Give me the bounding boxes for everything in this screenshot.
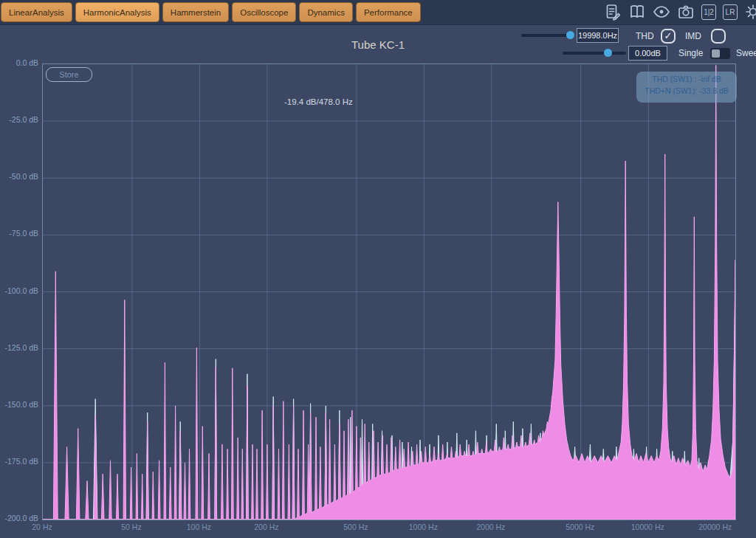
x-tick-label: 20000 Hz	[686, 523, 745, 531]
x-tick-label: 100 Hz	[169, 523, 228, 531]
cursor-readout: -19.4 dB/478.0 Hz	[284, 97, 402, 106]
level-slider[interactable]	[563, 52, 626, 55]
tab-performance[interactable]: Performance	[356, 2, 421, 22]
channel-12-icon[interactable]: 1|2	[701, 4, 716, 20]
thd-readout-tooltip: THD (SW1) : -inf dB THD+N (SW1): -33.8 d…	[636, 72, 737, 103]
thd-readout-line: THD (SW1) : -inf dB	[636, 75, 737, 83]
x-tick-label: 500 Hz	[326, 523, 385, 531]
frequency-slider[interactable]	[521, 34, 573, 37]
x-tick-label: 50 Hz	[102, 523, 161, 531]
y-tick-label: -75.0 dB	[1, 229, 38, 238]
book-icon[interactable]	[628, 3, 646, 21]
y-tick-label: 0.0 dB	[1, 58, 38, 67]
y-tick-label: -150.0 dB	[1, 400, 38, 409]
x-tick-label: 10000 Hz	[618, 523, 677, 531]
tab-linearanalysis[interactable]: LinearAnalysis	[1, 2, 72, 22]
notes-edit-icon[interactable]	[604, 3, 622, 21]
x-tick-label: 200 Hz	[237, 523, 296, 531]
plot-title: Tube KC-1	[0, 38, 756, 51]
gear-icon[interactable]	[744, 3, 756, 21]
tab-strip: LinearAnalysisHarmonicAnalysisHammerstei…	[1, 2, 421, 22]
y-tick-label: -175.0 dB	[1, 457, 38, 466]
plugin-window: LinearAnalysisHarmonicAnalysisHammerstei…	[0, 0, 756, 538]
x-tick-label: 1000 Hz	[394, 523, 453, 531]
channel-lr-icon[interactable]: LR	[723, 4, 738, 20]
thdn-readout-line: THD+N (SW1): -33.8 dB	[636, 86, 737, 95]
y-tick-label: -200.0 dB	[1, 514, 38, 523]
eye-icon[interactable]	[653, 3, 670, 21]
y-tick-label: -25.0 dB	[1, 115, 38, 124]
toolbar: 1|2 LR	[604, 3, 756, 21]
tab-bar: LinearAnalysisHarmonicAnalysisHammerstei…	[0, 0, 756, 25]
spectrum-chart[interactable]	[43, 64, 735, 520]
x-tick-label: 2000 Hz	[461, 523, 520, 531]
x-tick-label: 20 Hz	[13, 523, 72, 531]
spectrum-plot[interactable]	[42, 63, 736, 520]
y-tick-label: -50.0 dB	[1, 172, 38, 181]
x-tick-label: 5000 Hz	[551, 523, 610, 531]
tab-dynamics[interactable]: Dynamics	[299, 2, 352, 22]
camera-icon[interactable]	[677, 3, 695, 21]
tab-hammerstein[interactable]: Hammerstein	[162, 2, 229, 22]
tab-oscilloscope[interactable]: Oscilloscope	[232, 2, 296, 22]
tab-harmonicanalysis[interactable]: HarmonicAnalysis	[75, 2, 159, 22]
y-tick-label: -100.0 dB	[1, 286, 38, 295]
y-tick-label: -125.0 dB	[1, 343, 38, 352]
store-button[interactable]: Store	[46, 67, 92, 82]
